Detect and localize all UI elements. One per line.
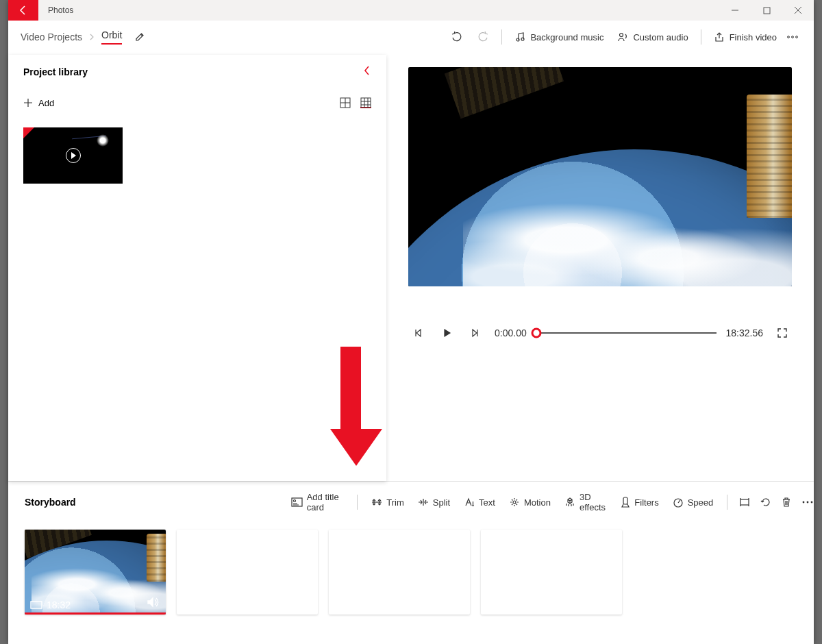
close-button[interactable]: [782, 0, 814, 21]
svg-point-3: [620, 34, 623, 37]
add-media-label: Add: [38, 98, 54, 108]
3d-effects-icon: [564, 497, 575, 508]
play-icon: [442, 328, 451, 338]
title-card-icon: [291, 497, 303, 507]
filters-button[interactable]: Filters: [615, 491, 664, 513]
speed-label: Speed: [688, 497, 714, 508]
duration-icon: [30, 600, 42, 610]
breadcrumb-root[interactable]: Video Projects: [21, 32, 82, 42]
command-bar: Video Projects Orbit Background music Cu…: [8, 21, 814, 53]
background-music-button[interactable]: Background music: [508, 21, 610, 53]
star: [97, 134, 109, 147]
redo-button[interactable]: [470, 21, 496, 53]
clip-selection-bar: [25, 612, 166, 615]
grid-large-button[interactable]: [340, 97, 351, 108]
current-time: 0:00.00: [495, 327, 527, 338]
clip-duration: 18:32: [47, 599, 71, 610]
satellite: [747, 95, 792, 218]
music-icon: [514, 32, 525, 42]
undo-button[interactable]: [444, 21, 470, 53]
chevron-left-icon: [363, 66, 371, 75]
rotate-button[interactable]: [756, 491, 774, 513]
fullscreen-icon: [777, 327, 788, 338]
prev-frame-button[interactable]: [408, 323, 427, 343]
back-button[interactable]: [8, 0, 38, 21]
svg-point-17: [810, 501, 812, 504]
clips-row: 18:32: [25, 530, 797, 615]
satellite: [147, 534, 166, 582]
collapse-library-button[interactable]: [363, 66, 371, 78]
breadcrumb-current[interactable]: Orbit: [101, 29, 122, 45]
finish-video-label: Finish video: [730, 32, 777, 42]
play-button[interactable]: [437, 323, 456, 343]
next-frame-button[interactable]: [466, 323, 485, 343]
text-icon: [464, 497, 475, 507]
delete-button[interactable]: [777, 491, 795, 513]
trim-button[interactable]: Trim: [366, 491, 410, 513]
seek-bar[interactable]: [536, 328, 717, 338]
chevron-right-icon: [89, 32, 95, 42]
svg-point-11: [513, 501, 516, 504]
breadcrumb: Video Projects Orbit: [21, 29, 145, 45]
undo-icon: [451, 31, 463, 43]
clouds: [463, 190, 792, 286]
storyboard-more-button[interactable]: [798, 491, 816, 513]
add-title-card-button[interactable]: Add title card: [286, 491, 349, 513]
storyboard-empty-slot[interactable]: [481, 530, 622, 615]
split-button[interactable]: Split: [412, 491, 456, 513]
svg-point-15: [802, 501, 804, 504]
more-icon: [801, 501, 814, 504]
storyboard-clip[interactable]: 18:32: [25, 530, 166, 615]
text-label: Text: [479, 497, 495, 508]
add-media-button[interactable]: Add: [23, 98, 54, 108]
playback-controls: 0:00.00 18:32.56: [408, 323, 792, 343]
minimize-button[interactable]: [719, 0, 751, 21]
person-audio-icon: [617, 32, 628, 42]
speed-button[interactable]: Speed: [667, 491, 719, 513]
storyboard-empty-slot[interactable]: [329, 530, 470, 615]
3d-effects-label: 3D effects: [580, 492, 607, 512]
more-button[interactable]: [784, 21, 801, 53]
filters-icon: [621, 497, 630, 508]
plus-icon: [23, 98, 33, 108]
title-bar: Photos: [8, 0, 814, 21]
svg-point-2: [521, 38, 524, 40]
finish-video-button[interactable]: Finish video: [707, 21, 784, 53]
solar-panel: [445, 67, 564, 119]
svg-rect-12: [623, 497, 627, 504]
split-icon: [418, 497, 429, 507]
play-overlay-icon: [66, 148, 81, 163]
maximize-button[interactable]: [751, 0, 782, 21]
storyboard-title: Storyboard: [25, 497, 76, 508]
export-icon: [714, 32, 725, 42]
app-title: Photos: [38, 0, 73, 21]
storyboard-panel: Storyboard Add title card Trim Split: [8, 481, 814, 644]
text-button[interactable]: Text: [458, 491, 501, 513]
grid-2x2-icon: [340, 97, 351, 108]
svg-rect-14: [740, 499, 749, 505]
rename-button[interactable]: [134, 32, 145, 42]
separator: [501, 29, 502, 45]
motion-button[interactable]: Motion: [503, 491, 556, 513]
svg-point-5: [792, 36, 794, 38]
separator: [701, 29, 701, 45]
svg-point-16: [806, 501, 808, 504]
fullscreen-button[interactable]: [773, 323, 792, 343]
3d-effects-button[interactable]: 3D effects: [559, 491, 612, 513]
custom-audio-button[interactable]: Custom audio: [610, 21, 695, 53]
library-clip[interactable]: [23, 127, 123, 184]
speed-icon: [673, 497, 684, 508]
seek-handle[interactable]: [531, 328, 541, 338]
trash-icon: [782, 497, 791, 508]
trim-icon: [371, 497, 382, 507]
resize-button[interactable]: [736, 491, 754, 513]
separator: [727, 495, 727, 510]
video-preview[interactable]: [408, 67, 792, 286]
custom-audio-label: Custom audio: [633, 32, 688, 42]
clip-volume-button[interactable]: [147, 597, 159, 610]
grid-small-button[interactable]: [360, 97, 371, 108]
split-label: Split: [433, 497, 450, 508]
storyboard-empty-slot[interactable]: [177, 530, 318, 615]
seek-track: [536, 332, 717, 334]
background-music-label: Background music: [530, 32, 603, 42]
